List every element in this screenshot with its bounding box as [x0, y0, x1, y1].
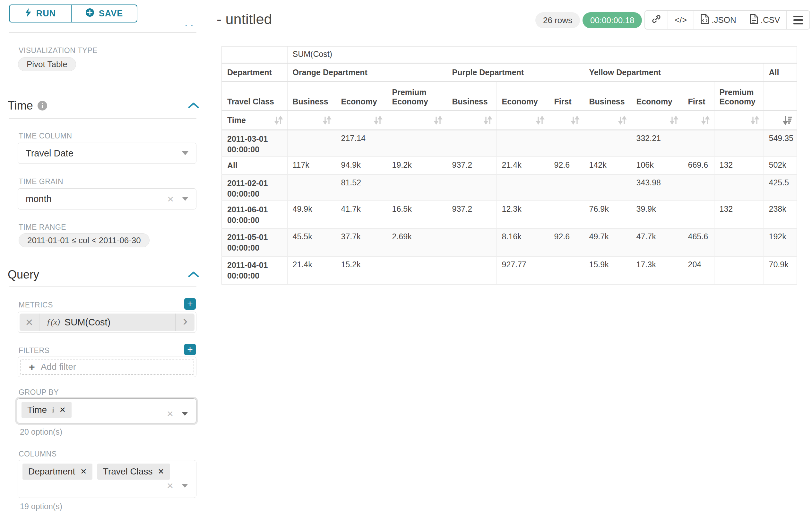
all-column-sort-cell[interactable] — [763, 110, 797, 130]
department-group-header-0[interactable]: Orange Department — [287, 63, 447, 81]
chevron-up-icon[interactable] — [188, 102, 199, 109]
time-section-heading: Time i — [8, 99, 47, 112]
travel-class-header-1-1[interactable]: Economy — [496, 81, 549, 110]
pivot-cell: 937.2 — [447, 201, 496, 228]
remove-tag-icon[interactable]: ✕ — [59, 405, 66, 414]
pivot-cell: 37.7k — [336, 228, 387, 256]
columns-tag-travel-class[interactable]: Travel Class ✕ — [97, 464, 170, 480]
all-column-header[interactable]: All — [763, 63, 797, 81]
clear-icon[interactable]: × — [167, 407, 173, 420]
column-sort-cell-2[interactable] — [387, 110, 447, 130]
time-range-pill[interactable]: 2011-01-01 ≤ col < 2011-06-30 — [19, 233, 150, 247]
copy-link-button[interactable] — [645, 11, 668, 29]
columns-select[interactable]: Department ✕ Travel Class ✕ — [18, 460, 196, 498]
sort-icon[interactable] — [274, 115, 283, 125]
pivot-cell: 39.9k — [631, 201, 683, 228]
visualization-type-pill[interactable]: Pivot Table — [18, 57, 76, 71]
pivot-row-header: 2011-04-01 00:00:00 — [222, 256, 287, 285]
add-filter-button[interactable]: + Add filter — [20, 359, 194, 375]
department-group-header-2[interactable]: Yellow Department — [584, 63, 763, 81]
sort-icon[interactable] — [433, 115, 443, 125]
clear-icon[interactable]: × — [167, 479, 173, 492]
clear-icon[interactable]: × — [167, 193, 174, 205]
sort-icon[interactable] — [669, 115, 679, 125]
sort-icon[interactable] — [701, 115, 710, 125]
lightning-bolt-icon — [25, 8, 32, 20]
chevron-up-icon[interactable] — [188, 271, 199, 277]
group-by-tag-time[interactable]: Time i ✕ — [22, 402, 71, 418]
pivot-cell: 465.6 — [683, 228, 714, 256]
more-options-button[interactable] — [787, 11, 809, 29]
pivot-cell: 41.7k — [336, 201, 387, 228]
pivot-cell: 21.4k — [496, 157, 549, 174]
sort-icon[interactable] — [570, 115, 580, 125]
column-sort-cell-1[interactable] — [336, 110, 387, 130]
remove-tag-icon[interactable]: ✕ — [80, 467, 87, 476]
travel-class-header-2-3[interactable]: Premium Economy — [714, 81, 763, 110]
travel-class-header-0-1[interactable]: Economy — [336, 81, 387, 110]
pivot-cell: 8.16k — [496, 228, 549, 256]
pivot-cell: 45.5k — [287, 228, 336, 256]
sort-icon[interactable] — [373, 115, 383, 125]
column-sort-cell-9[interactable] — [714, 110, 763, 130]
column-sort-cell-5[interactable] — [549, 110, 584, 130]
add-filter-plus-button[interactable]: + — [184, 344, 196, 355]
sort-icon[interactable] — [535, 115, 545, 125]
remove-metric-icon[interactable]: ✕ — [20, 314, 39, 331]
section-divider — [9, 32, 196, 33]
sort-descending-icon[interactable] — [782, 115, 793, 125]
pivot-cell — [714, 130, 763, 157]
pivot-cell: 12.3k — [496, 201, 549, 228]
pivot-cell: 92.6 — [549, 157, 584, 174]
travel-class-header-2-0[interactable]: Business — [584, 81, 631, 110]
time-sort-header[interactable]: Time — [222, 110, 287, 130]
run-save-button-group: RUN SAVE — [9, 4, 137, 23]
pivot-cell: 217.14 — [336, 130, 387, 157]
time-grain-label: TIME GRAIN — [19, 177, 63, 186]
time-column-select[interactable]: Travel Date — [18, 143, 196, 164]
sort-icon[interactable] — [483, 115, 493, 125]
column-sort-cell-6[interactable] — [584, 110, 631, 130]
pivot-cell: 19.2k — [387, 157, 447, 174]
columns-tag-department[interactable]: Department ✕ — [23, 464, 92, 480]
export-csv-button[interactable]: .CSV — [743, 11, 787, 29]
travel-class-header-2-2[interactable]: First — [683, 81, 714, 110]
view-query-button[interactable]: </> — [668, 11, 694, 29]
group-by-options-hint: 20 option(s) — [20, 427, 62, 437]
sort-icon[interactable] — [750, 115, 760, 125]
pivot-cell — [683, 130, 714, 157]
column-sort-cell-7[interactable] — [631, 110, 683, 130]
info-icon[interactable]: i — [37, 101, 47, 110]
travel-class-header-2-1[interactable]: Economy — [631, 81, 683, 110]
info-icon[interactable]: i — [52, 406, 54, 414]
sort-icon[interactable] — [617, 115, 627, 125]
save-button[interactable]: SAVE — [71, 4, 137, 23]
remove-tag-icon[interactable]: ✕ — [157, 467, 164, 476]
pivot-row-header: 2011-05-01 00:00:00 — [222, 228, 287, 256]
pivot-cell — [683, 201, 714, 228]
run-button[interactable]: RUN — [9, 4, 71, 23]
export-json-button[interactable]: .JSON — [694, 11, 743, 29]
chevron-right-icon[interactable]: › — [175, 314, 195, 331]
column-sort-cell-8[interactable] — [683, 110, 714, 130]
travel-class-header-1-0[interactable]: Business — [447, 81, 496, 110]
metric-header-cell: SUM(Cost) — [287, 46, 797, 63]
pivot-cell — [447, 130, 496, 157]
column-sort-cell-3[interactable] — [447, 110, 496, 130]
travel-class-header-0-2[interactable]: Premium Economy — [387, 81, 447, 110]
column-sort-cell-4[interactable] — [496, 110, 549, 130]
pivot-cell: 16.5k — [387, 201, 447, 228]
sort-icon[interactable] — [322, 115, 332, 125]
pivot-cell: 15.2k — [336, 256, 387, 285]
chevron-down-icon[interactable] — [182, 412, 188, 416]
pivot-cell: 70.9k — [763, 256, 797, 285]
column-sort-cell-0[interactable] — [287, 110, 336, 130]
travel-class-header-0-0[interactable]: Business — [287, 81, 336, 110]
department-group-header-1[interactable]: Purple Department — [447, 63, 584, 81]
travel-class-header-1-2[interactable]: First — [549, 81, 584, 110]
metric-pill[interactable]: ✕ ƒ(x) SUM(Cost) › — [20, 314, 195, 331]
chart-title[interactable]: - untitled — [216, 11, 272, 28]
chevron-down-icon[interactable] — [182, 484, 188, 488]
time-grain-select[interactable]: month × — [18, 188, 196, 210]
add-metric-button[interactable]: + — [184, 298, 196, 310]
